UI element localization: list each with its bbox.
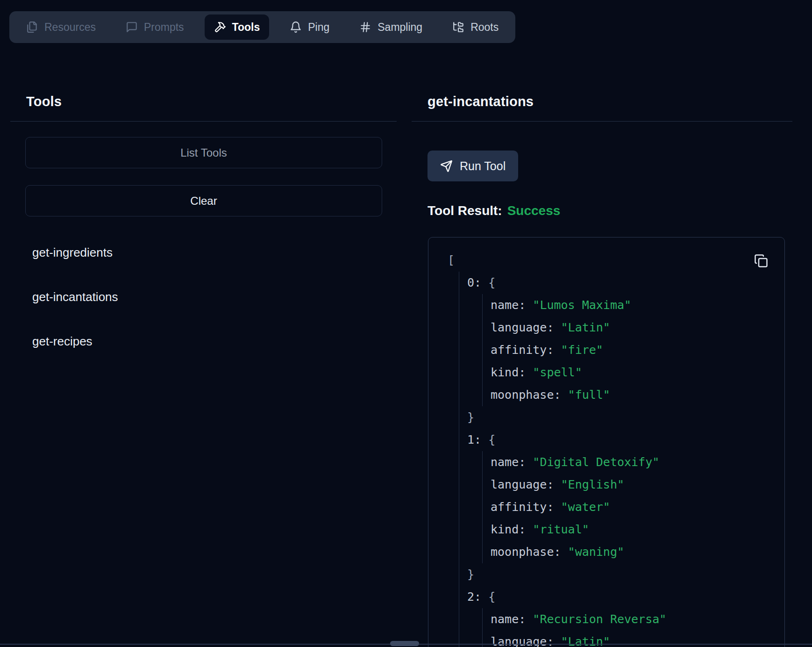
tab-tools[interactable]: Tools bbox=[205, 14, 270, 40]
json-line: affinity: "water" bbox=[491, 496, 775, 518]
tab-label: Resources bbox=[44, 21, 96, 34]
tool-result-status: Success bbox=[507, 203, 561, 218]
json-object-fields: name: "Lumos Maxima"language: "Latin"aff… bbox=[482, 294, 775, 406]
json-line: language: "Latin" bbox=[491, 316, 775, 339]
tab-label: Tools bbox=[232, 21, 260, 34]
json-line: } bbox=[467, 563, 775, 586]
tab-roots[interactable]: Roots bbox=[443, 14, 508, 40]
tools-list: get-ingredientsget-incantationsget-recip… bbox=[32, 236, 387, 369]
copy-icon bbox=[754, 254, 768, 268]
send-icon bbox=[440, 160, 453, 173]
json-line: name: "Lumos Maxima" bbox=[491, 294, 775, 316]
tab-ping[interactable]: Ping bbox=[280, 14, 339, 40]
app-window: ResourcesPromptsToolsPingSamplingRoots T… bbox=[0, 0, 812, 647]
tool-list-item[interactable]: get-incantations bbox=[32, 280, 387, 313]
json-array-items: 0: {name: "Lumos Maxima"language: "Latin… bbox=[459, 272, 775, 647]
json-result-panel: [0: {name: "Lumos Maxima"language: "Lati… bbox=[428, 237, 785, 647]
json-object-fields: name: "Digital Detoxify"language: "Engli… bbox=[482, 451, 775, 563]
hash-icon bbox=[359, 21, 371, 33]
json-line: name: "Digital Detoxify" bbox=[491, 451, 775, 474]
json-line: name: "Recursion Reversa" bbox=[491, 608, 775, 631]
left-pane-divider bbox=[10, 121, 397, 122]
tab-bar: ResourcesPromptsToolsPingSamplingRoots bbox=[9, 11, 515, 43]
json-line: moonphase: "waning" bbox=[491, 541, 775, 563]
send-icon bbox=[440, 160, 453, 173]
json-line: language: "English" bbox=[491, 474, 775, 496]
json-tree: [0: {name: "Lumos Maxima"language: "Lati… bbox=[428, 237, 784, 647]
bell-icon bbox=[290, 21, 302, 33]
right-pane-divider bbox=[412, 121, 792, 122]
tab-label: Roots bbox=[470, 21, 499, 34]
run-tool-button[interactable]: Run Tool bbox=[427, 151, 518, 181]
json-line: affinity: "fire" bbox=[491, 339, 775, 361]
tab-label: Ping bbox=[308, 21, 329, 34]
tab-sampling[interactable]: Sampling bbox=[350, 14, 432, 40]
json-line: kind: "ritual" bbox=[491, 518, 775, 541]
horizontal-scrollbar-thumb[interactable] bbox=[390, 641, 419, 646]
folder-tree-icon bbox=[452, 21, 464, 33]
json-line: } bbox=[467, 406, 775, 429]
list-tools-button[interactable]: List Tools bbox=[25, 137, 382, 168]
tool-list-item[interactable]: get-ingredients bbox=[32, 236, 387, 269]
tool-list-item[interactable]: get-recipes bbox=[32, 325, 387, 358]
files-icon bbox=[26, 21, 38, 33]
tab-label: Sampling bbox=[378, 21, 422, 34]
json-line: 2: { bbox=[467, 586, 775, 608]
json-line: 0: { bbox=[467, 272, 775, 294]
run-tool-label: Run Tool bbox=[460, 159, 506, 173]
tool-result-line: Tool Result:Success bbox=[427, 203, 560, 218]
tab-resources[interactable]: Resources bbox=[17, 14, 105, 40]
hammer-icon bbox=[214, 21, 226, 33]
json-line: kind: "spell" bbox=[491, 361, 775, 384]
tools-pane-title: Tools bbox=[26, 94, 62, 109]
tab-prompts[interactable]: Prompts bbox=[116, 14, 193, 40]
json-line: moonphase: "full" bbox=[491, 384, 775, 406]
json-line: [ bbox=[448, 249, 775, 272]
copy-icon[interactable] bbox=[754, 253, 770, 269]
selected-tool-title: get-incantations bbox=[427, 94, 534, 109]
chat-bubble-icon bbox=[126, 21, 138, 33]
json-object-fields: name: "Recursion Reversa"language: "Lati… bbox=[482, 608, 775, 647]
tool-result-label: Tool Result: bbox=[427, 203, 502, 218]
clear-button[interactable]: Clear bbox=[25, 185, 382, 216]
json-line: 1: { bbox=[467, 429, 775, 451]
tab-label: Prompts bbox=[144, 21, 184, 34]
